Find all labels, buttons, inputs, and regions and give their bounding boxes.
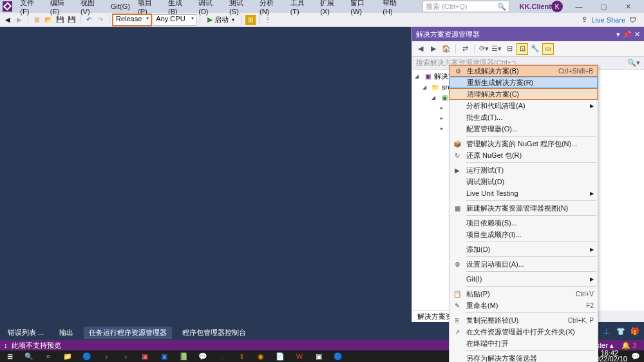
- search-button[interactable]: 🔍: [19, 350, 39, 362]
- menu-item-label: 另存为解决方案筛选器: [466, 354, 537, 363]
- new-project-button[interactable]: ⊞: [32, 15, 42, 25]
- sp-collapse-button[interactable]: ⊟: [504, 43, 515, 55]
- open-button[interactable]: 📂: [43, 15, 53, 25]
- taskbar-wps[interactable]: W: [290, 350, 309, 362]
- sp-filter-button[interactable]: ☰▾: [491, 43, 502, 55]
- taskbar-app5[interactable]: ◉: [251, 350, 270, 362]
- taskbar-vscode[interactable]: ⬨: [116, 350, 135, 362]
- tab-error-list[interactable]: 错误列表 ...: [3, 327, 49, 339]
- panel-close-icon[interactable]: ✕: [634, 30, 640, 39]
- start-button[interactable]: ⊞: [0, 350, 19, 362]
- sp-preview-button[interactable]: ▭: [542, 43, 554, 55]
- taskbar-vs2[interactable]: ⬨: [213, 350, 232, 362]
- sp-back-button[interactable]: ◀: [415, 43, 426, 55]
- sp-forward-button[interactable]: ▶: [428, 43, 439, 55]
- nav-back-button[interactable]: ◀: [3, 15, 13, 25]
- user-avatar[interactable]: K: [551, 1, 563, 12]
- context-menu-item[interactable]: ▦新建解决方案资源管理器视图(N): [450, 202, 598, 214]
- context-menu-item[interactable]: ↻还原 NuGet 包(R): [450, 149, 598, 161]
- platform-select[interactable]: Any CPU: [153, 14, 196, 26]
- context-menu-item[interactable]: 批生成(T)...: [450, 111, 598, 123]
- taskbar-explorer[interactable]: 📁: [58, 350, 77, 362]
- context-menu-item[interactable]: 分析和代码清理(A)▶: [450, 100, 598, 111]
- status-notifications[interactable]: 🔔3: [618, 341, 640, 350]
- menu-help[interactable]: 帮助(H): [379, 0, 410, 17]
- context-menu-item[interactable]: 配置管理器(O)...: [450, 123, 598, 135]
- menu-extensions[interactable]: 扩展(X): [316, 0, 346, 17]
- sp-switch-views-button[interactable]: ⇄: [459, 43, 471, 55]
- menu-window[interactable]: 窗口(W): [346, 0, 379, 17]
- context-menu-item[interactable]: ▶运行测试(T): [450, 164, 598, 176]
- menu-item-shortcut: F2: [586, 302, 594, 309]
- menu-tools[interactable]: 工具(T): [287, 0, 317, 17]
- tb-extra-1[interactable]: ⊞: [245, 15, 256, 25]
- taskbar-chrome2[interactable]: 🔵: [328, 350, 348, 362]
- taskbar-chrome[interactable]: 🔵: [77, 350, 97, 362]
- context-menu-item[interactable]: ↗在文件资源管理器中打开文件夹(X): [450, 326, 598, 338]
- sp-home-button[interactable]: 🏠: [440, 43, 452, 55]
- menu-item-label: 运行测试(T): [466, 166, 504, 175]
- build-config-select[interactable]: Release: [113, 14, 151, 26]
- context-menu-item[interactable]: Live Unit Testing▶: [450, 187, 598, 199]
- context-menu-item[interactable]: 📦管理解决方案的 NuGet 程序包(N)...: [450, 138, 598, 149]
- panel-pin-icon[interactable]: 📌: [623, 30, 632, 39]
- menu-item-icon: ↗: [453, 327, 462, 336]
- taskbar-app4[interactable]: ⦀: [232, 350, 251, 362]
- window-close-button[interactable]: ✕: [620, 3, 636, 11]
- taskbar-app6[interactable]: 📄: [270, 350, 290, 362]
- window-maximize-button[interactable]: ▢: [595, 3, 612, 11]
- context-menu-item[interactable]: 项目生成顺序(I)...: [450, 229, 598, 240]
- context-menu-item[interactable]: ✎重命名(M)F2: [450, 300, 598, 311]
- context-menu-item[interactable]: 另存为解决方案筛选器: [450, 352, 598, 362]
- nav-forward-button[interactable]: ▶: [14, 15, 24, 25]
- save-button[interactable]: 💾: [55, 15, 65, 25]
- menu-git[interactable]: Git(G): [107, 1, 134, 12]
- context-menu-item[interactable]: Git(I)▶: [450, 273, 598, 285]
- taskbar-wechat[interactable]: 💬: [193, 350, 213, 362]
- window-minimize-button[interactable]: —: [571, 3, 587, 10]
- taskbar-app3[interactable]: 📗: [174, 350, 193, 362]
- toolbox-icon[interactable]: ⊥: [601, 326, 612, 336]
- sp-sync-button[interactable]: ⟳▾: [478, 43, 489, 55]
- menu-item-label: 新建解决方案资源管理器视图(N): [466, 204, 568, 213]
- context-menu-item[interactable]: 清理解决方案(C): [450, 88, 598, 100]
- taskbar-app7[interactable]: ▣: [309, 350, 328, 362]
- context-menu-item[interactable]: 重新生成解决方案(R): [450, 77, 598, 88]
- menu-item-label: 在终端中打开: [466, 339, 509, 348]
- start-debug-button[interactable]: ▶ 启动 ▾: [204, 14, 238, 26]
- gift-icon[interactable]: 🎁: [630, 326, 640, 336]
- solution-explorer-titlebar[interactable]: 解决方案资源管理器 ▾ 📌 ✕: [412, 27, 644, 41]
- taskbar-app1[interactable]: ▣: [135, 350, 155, 362]
- context-menu-item[interactable]: ⚙生成解决方案(B)Ctrl+Shift+B: [450, 65, 598, 77]
- context-menu-item[interactable]: 📋粘贴(P)Ctrl+V: [450, 288, 598, 300]
- cortana-button[interactable]: ○: [39, 350, 58, 362]
- menu-item-icon: ↻: [453, 151, 462, 160]
- solution-context-menu: ⚙生成解决方案(B)Ctrl+Shift+B重新生成解决方案(R)清理解决方案(…: [449, 64, 598, 362]
- context-menu-item[interactable]: 调试测试(D): [450, 176, 598, 187]
- menu-item-label: Git(I): [466, 275, 482, 283]
- sp-show-all-button[interactable]: ⊡: [516, 43, 528, 55]
- context-menu-item[interactable]: ⚙设置启动项目(A)...: [450, 258, 598, 270]
- tab-task-runner[interactable]: 任务运行程序资源管理器: [84, 327, 172, 339]
- tab-output[interactable]: 输出: [54, 327, 79, 339]
- start-label: 启动: [214, 15, 229, 24]
- context-menu-item[interactable]: 在终端中打开: [450, 338, 598, 349]
- taskbar-app2[interactable]: ▣: [155, 350, 174, 362]
- context-menu-item[interactable]: 添加(D)▶: [450, 243, 598, 255]
- context-menu-item[interactable]: 项目依赖项(S)...: [450, 217, 598, 229]
- context-menu-item[interactable]: ⎘复制完整路径(U)Ctrl+K, P: [450, 314, 598, 326]
- global-search-input[interactable]: 搜索 (Ctrl+Q) 🔍: [422, 1, 509, 12]
- menu-item-label: 还原 NuGet 包(R): [466, 151, 522, 160]
- live-share-button[interactable]: Live Share: [591, 16, 625, 24]
- taskbar-vs[interactable]: ⬨: [97, 350, 116, 362]
- undo-button[interactable]: ↶: [84, 15, 94, 25]
- paint-icon[interactable]: 👕: [616, 326, 626, 336]
- tab-package-manager[interactable]: 程序包管理器控制台: [177, 327, 251, 339]
- tray-notifications-icon[interactable]: 💬: [631, 352, 640, 361]
- tb-extra-2[interactable]: ⋮: [263, 15, 273, 25]
- redo-button[interactable]: ↷: [95, 15, 106, 25]
- save-all-button[interactable]: 💾: [66, 15, 77, 25]
- sp-properties-button[interactable]: 🔧: [529, 43, 541, 55]
- panel-dropdown-icon[interactable]: ▾: [616, 30, 620, 39]
- menu-item-icon: 📋: [453, 289, 462, 298]
